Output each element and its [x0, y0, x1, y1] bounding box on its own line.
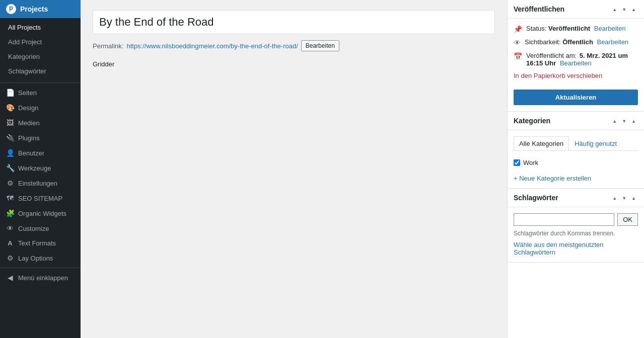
- sidebar-divider-2: [0, 268, 81, 268]
- category-tabs: Alle Kategorien Häufig genutzt: [514, 136, 638, 151]
- lay-options-label: Lay Options: [18, 255, 53, 262]
- seiten-label: Seiten: [18, 89, 37, 97]
- tag-ok-button[interactable]: OK: [617, 213, 638, 226]
- sidebar-item-organic-widgets[interactable]: 🧩 Organic Widgets: [0, 206, 81, 221]
- einstellungen-label: Einstellungen: [18, 180, 57, 187]
- sidebar-item-plugins[interactable]: 🔌 Plugins: [0, 130, 81, 145]
- tab-all-categories[interactable]: Alle Kategorien: [514, 136, 569, 150]
- categories-box-controls: [610, 117, 638, 125]
- sidebar-divider-1: [0, 82, 81, 83]
- status-label: Status: Veröffentlicht Bearbeiten: [526, 25, 626, 32]
- tag-hint: Schlagwörter durch Kommas trennen.: [514, 230, 638, 237]
- sidebar-item-text-formats[interactable]: A Text Formats: [0, 236, 81, 250]
- sidebar-item-kategorien[interactable]: Kategorien: [0, 49, 81, 64]
- benutzer-label: Benutzer: [18, 149, 44, 157]
- visibility-edit-link[interactable]: Bearbeiten: [597, 38, 628, 46]
- sidebar-item-menue-einklappen[interactable]: ◀ Menü einklappen: [0, 270, 81, 285]
- sidebar-item-add-project[interactable]: Add Project: [0, 35, 81, 49]
- visibility-value: Öffentlich: [562, 38, 593, 46]
- werkzeuge-label: Werkzeuge: [18, 164, 51, 172]
- sidebar-item-benutzer[interactable]: 👤 Benutzer: [0, 145, 81, 160]
- seo-label: SEO SITEMAP: [18, 195, 62, 202]
- permalink-link[interactable]: https://www.nilsboeddingmeier.com/by-the…: [126, 42, 298, 50]
- main-area: Permalink: https://www.nilsboeddingmeier…: [81, 0, 644, 338]
- categories-box-header: Kategorien: [508, 112, 644, 130]
- published-date-edit-link[interactable]: Bearbeiten: [560, 59, 592, 67]
- publish-close-button[interactable]: [629, 5, 638, 13]
- permalink-label: Permalink:: [93, 42, 123, 50]
- projects-icon: P: [6, 4, 16, 14]
- add-project-label: Add Project: [8, 38, 42, 46]
- plugins-icon: 🔌: [6, 134, 14, 142]
- sidebar-projects-header[interactable]: P Projects: [0, 0, 81, 18]
- text-formats-icon: A: [6, 239, 14, 247]
- categories-close-button[interactable]: [629, 117, 638, 125]
- customize-label: Customize: [18, 225, 49, 232]
- status-row: 📌 Status: Veröffentlicht Bearbeiten: [514, 25, 638, 33]
- lay-options-icon: ⚙: [6, 254, 14, 262]
- aktualisieren-button[interactable]: Aktualisieren: [514, 90, 638, 105]
- sidebar-item-lay-options[interactable]: ⚙ Lay Options: [0, 250, 81, 266]
- categories-box-content: Alle Kategorien Häufig genutzt Work + Ne…: [508, 130, 644, 188]
- publish-box-content: 📌 Status: Veröffentlicht Bearbeiten 👁 Si…: [508, 19, 644, 111]
- sidebar-item-all-projects[interactable]: All Projects: [0, 20, 81, 35]
- tag-input[interactable]: [514, 213, 614, 226]
- categories-collapse-up-button[interactable]: [610, 117, 619, 125]
- editor-block-label: Gridder: [93, 60, 495, 68]
- tags-box-controls: [610, 194, 638, 202]
- kategorien-label: Kategorien: [8, 53, 40, 60]
- sidebar-item-medien[interactable]: 🖼 Medien: [0, 115, 81, 130]
- seo-icon: 🗺: [6, 194, 14, 202]
- category-label-work: Work: [523, 159, 538, 166]
- publish-box-controls: [610, 5, 638, 13]
- customize-icon: 👁: [6, 224, 14, 232]
- visibility-row: 👁 Sichtbarkeit: Öffentlich Bearbeiten: [514, 38, 638, 47]
- publish-box: Veröffentlichen 📌 Status: Veröffentlicht…: [508, 0, 644, 112]
- tags-box-content: OK Schlagwörter durch Kommas trennen. Wä…: [508, 207, 644, 262]
- tags-box: Schlagwörter OK Schlagwörter durch Komma…: [508, 189, 644, 263]
- permalink-edit-button[interactable]: Bearbeiten: [301, 40, 339, 51]
- visibility-icon: 👁: [514, 39, 521, 47]
- sidebar-item-seo-sitemap[interactable]: 🗺 SEO SITEMAP: [0, 191, 81, 206]
- trash-link[interactable]: In den Papierkorb verschieben: [514, 72, 602, 79]
- benutzer-icon: 👤: [6, 149, 14, 157]
- tags-collapse-down-button[interactable]: [620, 194, 628, 202]
- published-date-row: 📅 Veröffentlicht am: 5. Mrz. 2021 um 16:…: [514, 52, 638, 67]
- sidebar-item-einstellungen[interactable]: ⚙ Einstellungen: [0, 176, 81, 191]
- status-edit-link[interactable]: Bearbeiten: [594, 25, 626, 32]
- publish-collapse-up-button[interactable]: [610, 5, 619, 13]
- post-title-input[interactable]: [93, 10, 495, 34]
- category-checkbox-work[interactable]: [514, 159, 520, 166]
- sidebar-projects-section: All Projects Add Project Kategorien Schl…: [0, 18, 81, 80]
- tags-close-button[interactable]: [629, 194, 638, 202]
- medien-icon: 🖼: [6, 119, 14, 127]
- publish-collapse-down-button[interactable]: [620, 5, 628, 13]
- menue-einklappen-label: Menü einklappen: [18, 274, 68, 282]
- sidebar-item-schlagwoerter[interactable]: Schlagwörter: [0, 64, 81, 78]
- sidebar-item-seiten[interactable]: 📄 Seiten: [0, 85, 81, 100]
- sidebar-item-werkzeuge[interactable]: 🔧 Werkzeuge: [0, 160, 81, 176]
- new-category-link[interactable]: + Neue Kategorie erstellen: [514, 175, 591, 182]
- publish-box-header: Veröffentlichen: [508, 0, 644, 19]
- status-value: Veröffentlicht: [548, 25, 590, 32]
- menue-einklappen-icon: ◀: [6, 274, 14, 282]
- tags-collapse-up-button[interactable]: [610, 194, 619, 202]
- category-item-work: Work: [514, 157, 638, 168]
- medien-label: Medien: [18, 119, 40, 127]
- sidebar-item-design[interactable]: 🎨 Design: [0, 100, 81, 115]
- seiten-icon: 📄: [6, 89, 14, 97]
- tags-box-header: Schlagwörter: [508, 189, 644, 207]
- visibility-label: Sichtbarkeit: Öffentlich Bearbeiten: [525, 38, 628, 46]
- sidebar-item-customize[interactable]: 👁 Customize: [0, 221, 81, 236]
- tag-popular-link[interactable]: Wähle aus den meistgenutzten Schlagwörte…: [514, 241, 604, 256]
- content-area: Permalink: https://www.nilsboeddingmeier…: [81, 0, 644, 338]
- tag-input-row: OK: [514, 213, 638, 226]
- sidebar-projects-label: Projects: [20, 5, 48, 13]
- categories-collapse-down-button[interactable]: [620, 117, 628, 125]
- design-label: Design: [18, 104, 38, 112]
- all-projects-label: All Projects: [8, 24, 41, 31]
- right-sidebar: Veröffentlichen 📌 Status: Veröffentlicht…: [507, 0, 644, 338]
- plugins-label: Plugins: [18, 134, 40, 142]
- tab-frequent-categories[interactable]: Häufig genutzt: [569, 136, 622, 150]
- organic-widgets-icon: 🧩: [6, 209, 14, 217]
